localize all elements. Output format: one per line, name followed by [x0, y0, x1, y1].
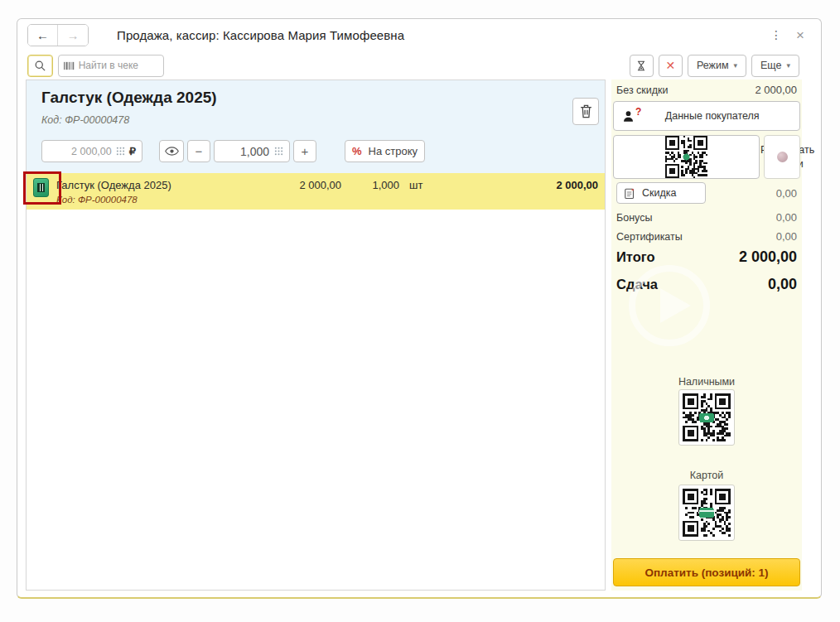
nav-back-button[interactable]: ← — [28, 25, 58, 46]
svg-text:×: × — [631, 187, 634, 192]
trash-icon — [579, 104, 593, 119]
row-price: 2 000,00 — [255, 179, 341, 191]
price-field[interactable]: ₽ — [41, 140, 142, 162]
line-controls: ₽ − + % На строку — [27, 140, 605, 162]
change-label: Сдача — [616, 277, 658, 292]
search-button[interactable] — [27, 55, 53, 77]
card-qr-card[interactable] — [678, 485, 735, 541]
discount-row: × Скидка 0,00 — [616, 182, 797, 204]
certificates-row: Сертификаты 0,00 — [616, 230, 797, 243]
change-row: Сдача 0,00 — [616, 276, 797, 293]
toolbar-right-group: ✕ Режим ▾ Еще ▾ — [630, 55, 799, 77]
no-discount-row: Без скидки 2 000,00 — [616, 84, 797, 96]
current-item-title: Галстук (Одежда 2025) — [41, 89, 217, 107]
row-quantity: 1,000 — [351, 179, 399, 191]
barcode-glyph — [37, 183, 45, 192]
arrow-left-icon: ← — [36, 28, 49, 42]
row-total: 2 000,00 — [499, 179, 598, 191]
current-item-code: Код: ФР-00000478 — [41, 114, 129, 126]
search-icon — [34, 60, 46, 72]
cancel-receipt-button[interactable]: ✕ — [659, 55, 683, 77]
quantity-field[interactable] — [214, 140, 290, 162]
no-discount-value: 2 000,00 — [755, 84, 797, 96]
cash-qr-card[interactable] — [678, 389, 735, 446]
line-discount-label: На строку — [369, 145, 418, 157]
pay-button[interactable]: Оплатить (позиций: 1) — [613, 558, 800, 586]
bonuses-row: Бонусы 0,00 — [616, 211, 797, 224]
customer-data-button[interactable]: ? Данные покупателя — [613, 101, 800, 131]
numpad-icon[interactable] — [274, 147, 283, 156]
change-value: 0,00 — [768, 276, 797, 293]
mode-dropdown-button[interactable]: Режим ▾ — [688, 55, 746, 77]
ruble-currency-icon: ₽ — [129, 145, 136, 157]
line-discount-button[interactable]: % На строку — [345, 140, 425, 162]
percent-icon: % — [352, 145, 362, 157]
sphere-icon — [777, 152, 788, 162]
status-sphere-button[interactable] — [764, 135, 800, 179]
customer-data-label: Данные покупателя — [646, 110, 778, 122]
discount-value: 0,00 — [776, 187, 797, 200]
no-discount-label: Без скидки — [616, 84, 669, 96]
row-product-code: Код: ФР-00000478 — [56, 195, 138, 205]
bonuses-value: 0,00 — [776, 211, 797, 224]
numpad-icon[interactable] — [116, 147, 125, 156]
search-field[interactable] — [58, 55, 164, 77]
row-unit: шт — [409, 179, 422, 191]
quantity-increase-button[interactable]: + — [293, 140, 316, 162]
titlebar: ← → Продажа, кассир: Кассирова Мария Тим… — [17, 19, 821, 51]
calculate-discounts-button[interactable]: Рассчитать скидки — [613, 135, 760, 179]
summary-panel: Без скидки 2 000,00 ? Данные покупателя … — [611, 80, 802, 591]
bonuses-label: Бонусы — [616, 212, 652, 224]
cash-payment-label: Наличными — [611, 376, 802, 388]
kebab-menu-icon[interactable]: ⋮ — [770, 29, 782, 41]
discount-doc-icon: × — [624, 187, 635, 200]
question-icon: ? — [635, 106, 641, 118]
quantity-decrease-button[interactable]: − — [187, 140, 210, 162]
person-icon: ? — [622, 110, 641, 123]
more-dropdown-label: Еще — [760, 60, 781, 71]
pos-sale-window: ← → Продажа, кассир: Кассирова Мария Тим… — [17, 18, 822, 599]
row-product-name: Галстук (Одежда 2025) — [56, 179, 171, 191]
toolbar: ✕ Режим ▾ Еще ▾ — [17, 52, 821, 79]
mode-dropdown-label: Режим — [697, 60, 729, 71]
certificates-label: Сертификаты — [616, 231, 683, 243]
hourglass-button[interactable] — [630, 55, 654, 77]
receipt-list-area: Галстук (Одежда 2025) Код: ФР-00000478 ₽… — [26, 80, 606, 591]
nav-forward-button[interactable]: → — [58, 25, 88, 46]
product-item-icon — [33, 178, 49, 197]
current-item-panel: Галстук (Одежда 2025) Код: ФР-00000478 ₽… — [27, 80, 605, 173]
show-price-button[interactable] — [159, 140, 184, 162]
search-input[interactable] — [79, 60, 158, 71]
chevron-down-icon: ▾ — [734, 61, 738, 70]
eye-icon — [165, 146, 179, 157]
titlebar-controls: ⋮ × — [770, 28, 804, 42]
nav-history-group: ← → — [27, 24, 89, 46]
barcode-icon — [64, 60, 75, 71]
more-dropdown-button[interactable]: Еще ▾ — [751, 55, 799, 77]
chevron-down-icon: ▾ — [786, 61, 790, 70]
quantity-input[interactable] — [231, 145, 269, 158]
arrow-right-icon: → — [67, 28, 80, 42]
red-cross-icon: ✕ — [666, 59, 676, 72]
price-input[interactable] — [60, 146, 112, 157]
total-value: 2 000,00 — [739, 248, 797, 266]
card-payment-label: Картой — [611, 470, 802, 481]
hourglass-icon — [635, 60, 647, 72]
screenshot-stage: ← → Продажа, кассир: Кассирова Мария Тим… — [0, 0, 840, 622]
receipt-row[interactable]: Галстук (Одежда 2025) 2 000,00 1,000 шт … — [27, 173, 605, 210]
certificates-value: 0,00 — [776, 230, 797, 243]
total-label: Итого — [616, 249, 655, 265]
close-icon[interactable]: × — [796, 28, 804, 42]
total-row: Итого 2 000,00 — [616, 248, 797, 266]
qr-code-icon — [619, 136, 754, 178]
delete-line-button[interactable] — [572, 98, 599, 125]
card-qr-icon — [683, 489, 731, 537]
discount-button[interactable]: × Скидка — [616, 182, 706, 204]
discount-label: Скидка — [642, 187, 676, 199]
cash-qr-icon — [683, 393, 731, 441]
page-title: Продажа, кассир: Кассирова Мария Тимофее… — [117, 28, 404, 42]
